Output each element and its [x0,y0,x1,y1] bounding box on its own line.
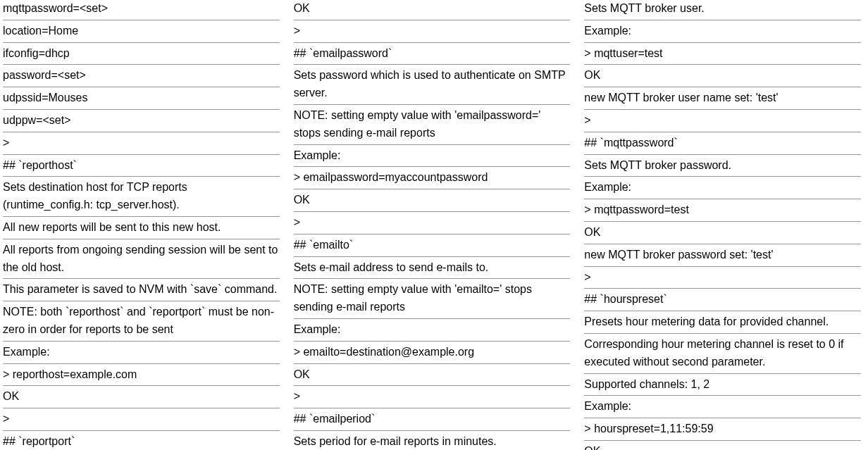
text-line: Example: [584,398,861,415]
text-line: Example: [584,23,861,40]
separator [584,87,861,87]
separator [584,176,861,177]
heading-line: ## `hourspreset` [584,291,861,308]
heading-line: ## `emailto` [294,237,571,254]
heading-line: ## `mqttpassword` [584,135,861,152]
text-line: > emailto=destination@example.org [294,344,571,361]
separator [3,385,280,386]
separator [3,176,280,177]
text-line: > reporthost=example.com [3,366,280,384]
separator [294,318,571,319]
text-line: udppw=<set> [3,112,280,130]
separator [3,363,280,364]
heading-line: ## `emailperiod` [294,411,571,428]
separator [294,341,571,342]
separator [294,430,571,431]
text-line: Sets period for e-mail reports in minute… [294,433,571,450]
text-line: NOTE: setting empty value with 'emailpas… [294,107,571,142]
separator [294,408,571,408]
separator [3,109,280,110]
separator [294,363,571,364]
separator [3,154,280,155]
separator [294,256,571,257]
separator [584,221,861,222]
separator [584,132,861,132]
text-line: > [294,214,571,232]
separator [584,244,861,244]
text-line: > hourspreset=1,11:59:59 [584,420,861,438]
separator [294,64,571,65]
column-1: mqttpassword=<set> location=Home ifconfi… [0,0,287,450]
separator [294,104,571,105]
text-line: NOTE: setting empty value with 'emailto=… [294,281,571,316]
text-line: OK [584,224,861,242]
heading-line: ## `emailpassword` [294,45,571,63]
text-line: OK [294,366,571,384]
separator [3,341,280,342]
separator [294,211,571,212]
text-line: Example: [3,344,280,361]
separator [3,20,280,20]
separator [294,234,571,235]
column-3: Sets MQTT broker user. Example: > mqttus… [577,0,868,450]
text-line: This parameter is saved to NVM with `sav… [3,281,280,299]
text-line: > [294,388,571,406]
separator [584,266,861,267]
separator [3,408,280,408]
text-line: Example: [584,179,861,196]
separator [584,395,861,396]
text-line: > [3,135,280,152]
separator [584,20,861,20]
text-line: location=Home [3,23,280,40]
text-line: new MQTT broker user name set: 'test' [584,89,861,107]
text-line: Sets destination host for TCP reports (r… [3,179,280,214]
separator [584,109,861,110]
text-line: > mqttpassword=test [584,201,861,219]
separator [3,64,280,65]
text-line: Presets hour metering data for provided … [584,313,861,331]
separator [3,87,280,87]
text-line: Sets password which is used to authentic… [294,67,571,102]
separator [584,333,861,334]
text-line: OK [584,443,861,450]
text-line: > [584,269,861,287]
separator [3,132,280,132]
text-line: OK [294,0,571,18]
text-line: > [584,112,861,130]
text-line: udpssid=Mouses [3,89,280,107]
separator [584,199,861,199]
separator [294,166,571,167]
text-line: Sets MQTT broker user. [584,0,861,18]
text-line: ifconfig=dhcp [3,45,280,63]
text-line: password=<set> [3,67,280,85]
separator [3,42,280,43]
text-line: OK [584,67,861,85]
text-line: NOTE: both `reporthost` and `reportport`… [3,304,280,339]
text-line: Example: [294,321,571,339]
text-line: mqttpassword=<set> [3,0,280,18]
text-line: > emailpassword=myaccountpassword [294,169,571,187]
separator [294,20,571,20]
text-line: OK [3,388,280,406]
separator [584,288,861,289]
text-line: Sets MQTT broker password. [584,157,861,175]
text-line: Supported channels: 1, 2 [584,376,861,394]
separator [3,430,280,431]
separator [584,154,861,155]
separator [584,418,861,418]
separator [294,278,571,279]
separator [3,278,280,279]
separator [584,64,861,65]
text-line: All new reports will be sent to this new… [3,219,280,237]
text-line: OK [294,192,571,209]
separator [294,385,571,386]
text-line: Corresponding hour metering channel is r… [584,336,861,371]
separator [3,301,280,301]
separator [294,42,571,43]
separator [584,311,861,311]
text-line: > [3,411,280,428]
column-2: OK > ## `emailpassword` Sets password wh… [287,0,578,450]
text-line: > [294,23,571,40]
text-line: Example: [294,147,571,165]
text-line: Sets e-mail address to send e-mails to. [294,259,571,277]
